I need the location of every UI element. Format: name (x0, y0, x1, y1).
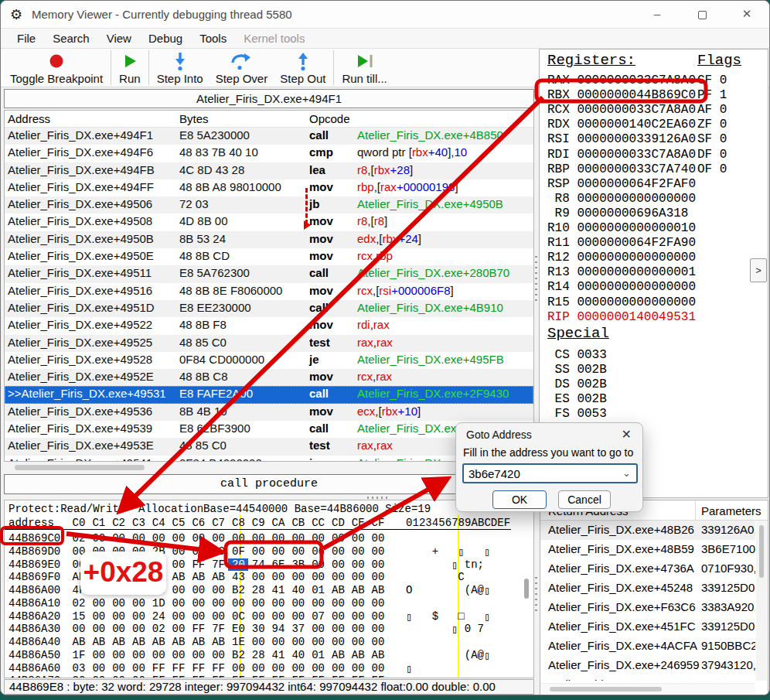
hex-byte[interactable]: 00 (228, 597, 248, 610)
hex-byte[interactable]: AB (348, 649, 368, 661)
hex-byte[interactable]: 00 (128, 623, 148, 635)
hex-byte[interactable]: 00 (189, 584, 209, 596)
hex-row[interactable]: 44B869E0000000000000FF7F20746E3B00000000… (5, 558, 533, 572)
disassembly-row[interactable]: Atelier_Firis_DX.exe+4952248 8B F8movrdi… (5, 317, 533, 334)
hex-byte[interactable]: 00 (128, 597, 148, 610)
flag-af[interactable]: AF 0 (697, 103, 727, 117)
hex-byte[interactable]: 00 (288, 610, 308, 623)
hex-byte[interactable]: 1D (148, 597, 169, 610)
stack-row[interactable]: Atelier_Firis_DX.exe+48B593B6E7100, (540, 540, 755, 559)
hex-byte[interactable]: 00 (148, 558, 169, 571)
hex-byte[interactable]: 00 (169, 545, 189, 558)
disassembly-row-selected[interactable]: >>Atelier_Firis_DX.exe+49531E8 FAFE2A00c… (5, 386, 533, 403)
stack-row[interactable]: Atelier_Firis_DX.exe+4736A0710F930, (540, 559, 755, 579)
disassembly-row[interactable]: Atelier_Firis_DX.exe+49511E8 5A762300cal… (5, 265, 533, 282)
flag-zf[interactable]: ZF 0 (697, 118, 727, 131)
hex-byte[interactable]: 30 (248, 623, 268, 635)
hex-byte[interactable]: 43 (228, 571, 248, 583)
hex-byte[interactable]: 00 (128, 584, 148, 596)
splitter-grip-vertical-top[interactable] (535, 256, 537, 304)
hex-row[interactable]: 44B86A004F00000000000000B228414001ABABAB… (5, 584, 533, 597)
hex-byte[interactable]: 00 (189, 532, 209, 545)
hex-row[interactable]: 44B86A30000000000200FF7FE030943700000000… (5, 623, 533, 636)
register-rip[interactable]: RIP 0000000140049531 (547, 310, 696, 324)
hex-row[interactable]: 44B86A10020000001D0000000000000000000000 (5, 597, 533, 610)
hex-byte[interactable]: AB (209, 571, 229, 583)
hex-byte[interactable]: FF (148, 674, 169, 678)
hex-byte[interactable]: 00 (148, 649, 169, 661)
hex-row[interactable]: 44B86A7020000000FFFFFFFFFFFFFFFFFFFFFFFF (5, 674, 533, 678)
hex-byte[interactable]: 00 (209, 584, 229, 596)
hex-row[interactable]: 44B869D0000000002B0000000F00000006000000… (5, 545, 533, 558)
hex-byte[interactable]: 00 (308, 558, 329, 571)
hex-byte[interactable]: AB (109, 636, 129, 648)
hex-byte[interactable]: 00 (209, 597, 229, 610)
hex-byte[interactable]: 00 (248, 545, 268, 558)
hex-byte[interactable]: 00 (288, 636, 308, 648)
disassembly-row[interactable]: Atelier_Firis_DX.exe+494FB4C 8D 43 28lea… (5, 162, 533, 179)
disassembly-row[interactable]: Atelier_Firis_DX.exe+4952548 85 C0testra… (5, 335, 533, 352)
hex-byte[interactable]: AB (128, 571, 148, 583)
hex-byte[interactable]: 00 (268, 610, 288, 623)
hex-byte[interactable]: AB (328, 649, 348, 661)
hex-byte[interactable]: AB (348, 584, 368, 596)
hex-byte[interactable]: FF (189, 558, 209, 571)
hex-byte[interactable]: FF (189, 662, 209, 674)
register-r11[interactable]: R11 0000000064F2FA90 (547, 236, 696, 250)
disassembly-row[interactable]: Atelier_Firis_DX.exe+494FF48 8B A8 98010… (5, 179, 533, 196)
disassembly-row[interactable]: Atelier_Firis_DX.exe+495410F84 B4000000j… (5, 456, 533, 462)
hex-byte[interactable]: 00 (328, 662, 348, 674)
stack-row[interactable]: Atelier_Firis_DX.exe+F63C63383A920, (540, 598, 755, 617)
hex-byte[interactable]: 00 (368, 610, 388, 623)
hex-byte[interactable]: 28 (248, 584, 268, 596)
hex-byte[interactable]: AB (368, 584, 388, 596)
register-rcx[interactable]: RCX 0000000033C7A8A0 (547, 103, 696, 117)
hex-byte[interactable]: 7F (209, 623, 229, 635)
hex-byte[interactable]: 20 (69, 674, 89, 678)
hex-row[interactable]: 44B869F0ABABABABABABABAB4300000000000000… (5, 571, 533, 584)
hex-byte[interactable]: 00 (89, 532, 109, 545)
hex-byte[interactable]: 00 (368, 545, 388, 558)
hex-byte[interactable]: AB (69, 636, 89, 648)
segment-register-ds[interactable]: DS 002B (547, 377, 607, 391)
hex-byte[interactable]: FF (308, 674, 329, 678)
hex-byte[interactable]: B2 (228, 584, 248, 596)
stack-row[interactable]: Atelier_Firis_DX.exe+4ACFA9150BBC2, (540, 637, 755, 656)
hex-byte[interactable]: AB (89, 636, 109, 648)
hex-byte[interactable]: 15 (69, 610, 89, 623)
disassembly-row[interactable]: Atelier_Firis_DX.exe+4950672 03jbAtelier… (5, 196, 533, 213)
chevron-down-icon[interactable]: ⌄ (622, 467, 631, 479)
hex-byte[interactable]: 00 (109, 662, 129, 674)
hex-byte[interactable]: AB (89, 571, 109, 583)
toolbar-button-step-into[interactable]: Step Into (151, 49, 210, 87)
hex-byte[interactable]: 00 (109, 558, 129, 571)
expand-panel-button[interactable]: > (750, 258, 767, 282)
hex-byte[interactable]: 00 (328, 545, 348, 558)
hex-byte[interactable]: 00 (368, 623, 388, 635)
hex-byte[interactable]: AB (169, 571, 189, 583)
hex-byte[interactable]: 00 (89, 623, 109, 635)
hex-byte[interactable]: 00 (288, 545, 308, 558)
hex-byte[interactable]: 00 (328, 610, 348, 623)
hex-byte[interactable]: FF (228, 674, 248, 678)
disassembly-row[interactable]: Atelier_Firis_DX.exe+494F1E8 5A230000cal… (5, 128, 533, 145)
splitter-grip-horizontal[interactable] (367, 497, 390, 499)
hex-byte[interactable]: 4F (69, 584, 89, 596)
hex-byte[interactable]: 00 (328, 597, 348, 610)
toolbar-button-run-till[interactable]: Run till... (336, 49, 393, 87)
hex-byte[interactable]: 01 (308, 584, 329, 596)
hex-byte[interactable]: 00 (268, 571, 288, 583)
hex-byte[interactable]: 1F (69, 649, 89, 661)
hex-byte[interactable]: 00 (328, 532, 348, 545)
hex-byte[interactable]: 00 (268, 545, 288, 558)
hex-byte[interactable]: 00 (89, 610, 109, 623)
stack-hscrollbar-thumb[interactable] (550, 687, 662, 691)
hex-byte[interactable]: 02 (69, 597, 89, 610)
hex-byte[interactable]: 00 (209, 532, 229, 545)
register-r14[interactable]: R14 0000000000000000 (547, 280, 696, 294)
flag-df[interactable]: DF 0 (697, 148, 727, 162)
hex-byte[interactable]: 00 (348, 545, 368, 558)
hex-byte[interactable]: 00 (128, 545, 148, 558)
close-button[interactable]: ✕ (724, 1, 769, 29)
dialog-close-icon[interactable]: ✕ (622, 427, 632, 442)
